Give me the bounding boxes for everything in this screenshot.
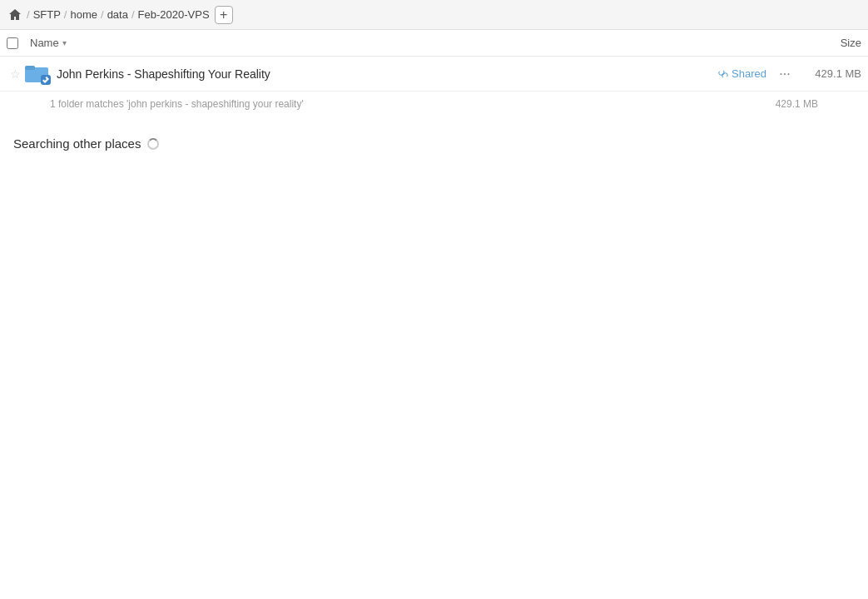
table-row[interactable]: ☆ John Perkins - Shapeshifting Your Real…: [0, 57, 868, 92]
toolbar: / SFTP / home / data / Feb-2020-VPS +: [0, 0, 868, 30]
folder-icon-wrapper: [23, 61, 50, 87]
breadcrumb-separator-4: /: [131, 8, 135, 21]
star-icon[interactable]: ☆: [7, 66, 23, 82]
more-options-button[interactable]: ···: [773, 62, 796, 86]
breadcrumb-sftp[interactable]: SFTP: [33, 8, 61, 21]
loading-spinner: [147, 138, 159, 150]
name-sort-icon: ▾: [62, 38, 67, 47]
file-size: 429.1 MB: [803, 67, 861, 80]
select-all-checkbox-wrapper[interactable]: [7, 37, 30, 49]
match-text: 1 folder matches 'john perkins - shapesh…: [50, 98, 304, 110]
breadcrumb-separator-1: /: [27, 8, 30, 21]
match-info: 429.1 MB 1 folder matches 'john perkins …: [0, 92, 868, 116]
link-icon: [718, 69, 728, 79]
shared-folder-badge: [41, 75, 51, 85]
breadcrumb-separator-3: /: [101, 8, 104, 21]
size-column-header: Size: [795, 37, 861, 49]
add-breadcrumb-button[interactable]: +: [215, 6, 233, 24]
match-size: 429.1 MB: [776, 98, 818, 110]
shared-label: Shared: [718, 67, 766, 80]
select-all-checkbox[interactable]: [7, 37, 18, 49]
name-column-label: Name: [30, 37, 59, 49]
shared-text: Shared: [732, 67, 766, 80]
breadcrumb-home[interactable]: home: [70, 8, 97, 21]
breadcrumb: / SFTP / home / data / Feb-2020-VPS +: [7, 6, 233, 24]
column-headers: Name ▾ Size: [0, 30, 868, 57]
home-icon[interactable]: [7, 7, 23, 23]
breadcrumb-feb2020vps[interactable]: Feb-2020-VPS: [138, 8, 210, 21]
name-column-header[interactable]: Name ▾: [30, 37, 795, 49]
breadcrumb-separator-2: /: [64, 8, 67, 21]
searching-section: Searching other places: [0, 116, 868, 157]
breadcrumb-data[interactable]: data: [107, 8, 128, 21]
svg-rect-1: [25, 66, 35, 70]
searching-label: Searching other places: [13, 136, 141, 151]
file-name: John Perkins - Shapeshifting Your Realit…: [57, 67, 718, 81]
